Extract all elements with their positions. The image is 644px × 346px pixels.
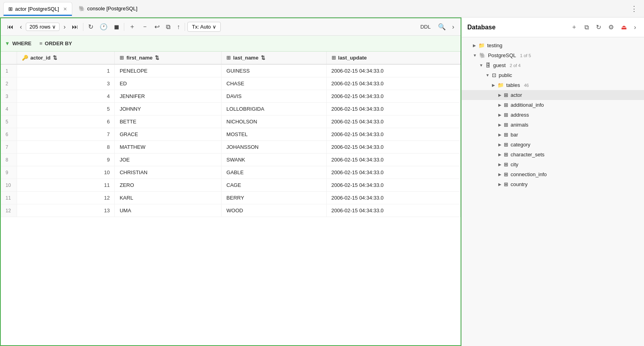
country-table-icon: ⊞ bbox=[504, 181, 508, 187]
category-chevron: ▶ bbox=[498, 142, 501, 147]
city-table-label: city bbox=[511, 161, 519, 167]
col-header-actor-id[interactable]: 🔑 actor_id ⇅ bbox=[17, 52, 115, 64]
first-name-cell: JENNIFER bbox=[115, 90, 222, 103]
tree-item-public[interactable]: ▼ ⊡ public bbox=[462, 70, 644, 80]
tree-item-tables[interactable]: ▶ 📁 tables 46 bbox=[462, 80, 644, 90]
table-row[interactable]: 12 13 UMA WOOD 2006-02-15 04:34:33.0 bbox=[1, 204, 461, 217]
additional-table-icon: ⊞ bbox=[504, 102, 508, 108]
search-button[interactable]: 🔍 bbox=[436, 21, 448, 32]
history-button[interactable]: 🕐 bbox=[97, 21, 110, 32]
country-chevron: ▶ bbox=[498, 182, 501, 186]
db-copy-button[interactable]: ⧉ bbox=[582, 22, 591, 33]
undo-button[interactable]: ↩ bbox=[152, 21, 162, 32]
table-row[interactable]: 5 6 BETTE NICHOLSON 2006-02-15 04:34:33.… bbox=[1, 115, 461, 128]
col-header-last-name[interactable]: ⊞ last_name ⇅ bbox=[222, 52, 326, 64]
tree-item-connection[interactable]: ▶ ⊞ connection_info bbox=[462, 169, 644, 179]
stop-button[interactable]: ◼ bbox=[112, 21, 121, 32]
actor-id-sort-icon[interactable]: ⇅ bbox=[53, 55, 57, 61]
last-name-sort-icon[interactable]: ⇅ bbox=[261, 55, 265, 61]
tab-actor-close[interactable]: ✕ bbox=[63, 6, 67, 12]
db-add-button[interactable]: ＋ bbox=[569, 21, 580, 33]
first-page-button[interactable]: ⏮ bbox=[5, 22, 16, 32]
export-button[interactable]: ↑ bbox=[174, 22, 182, 32]
postgresql-label: PostgreSQL bbox=[488, 52, 516, 58]
col-header-rownum bbox=[1, 52, 17, 64]
tree-item-testing[interactable]: ▶ 📁 testing bbox=[462, 40, 644, 50]
actor-id-col-icon: 🔑 bbox=[22, 55, 28, 61]
table-row[interactable]: 8 9 JOE SWANK 2006-02-15 04:34:33.0 bbox=[1, 154, 461, 166]
data-table-container[interactable]: 🔑 actor_id ⇅ ⊞ first_name ⇅ bbox=[1, 52, 461, 345]
last-name-cell: WOOD bbox=[222, 204, 326, 217]
table-row[interactable]: 10 11 ZERO CAGE 2006-02-15 04:34:33.0 bbox=[1, 179, 461, 192]
last-name-cell: CAGE bbox=[222, 179, 326, 192]
db-panel-title: Database bbox=[467, 24, 496, 31]
table-row[interactable]: 2 3 ED CHASE 2006-02-15 04:34:33.0 bbox=[1, 77, 461, 90]
last-name-cell: CHASE bbox=[222, 77, 326, 90]
table-row[interactable]: 1 1 PENELOPE GUINESS 2006-02-15 04:34:33… bbox=[1, 64, 461, 77]
divider-1 bbox=[83, 23, 83, 31]
last-name-cell: BERRY bbox=[222, 192, 326, 204]
additional-table-label: additional_info bbox=[511, 102, 544, 108]
table-row[interactable]: 4 5 JOHNNY LOLLOBRIGIDA 2006-02-15 04:34… bbox=[1, 103, 461, 115]
db-disconnect-button[interactable]: ⏏ bbox=[619, 22, 629, 33]
first-name-cell: KARL bbox=[115, 192, 222, 204]
tab-actor[interactable]: ⊞ actor [PostgreSQL] ✕ bbox=[3, 2, 72, 16]
db-expand-button[interactable]: › bbox=[632, 22, 638, 33]
animals-table-label: animals bbox=[511, 122, 528, 128]
tree-item-city[interactable]: ▶ ⊞ city bbox=[462, 160, 644, 169]
duplicate-button[interactable]: ⧉ bbox=[164, 22, 173, 32]
last-name-col-label: last_name bbox=[233, 55, 258, 61]
refresh-button[interactable]: ↻ bbox=[86, 21, 96, 32]
last-name-cell: GABLE bbox=[222, 166, 326, 179]
add-row-button[interactable]: ＋ bbox=[127, 21, 138, 33]
tree-item-animals[interactable]: ▶ ⊞ animals bbox=[462, 120, 644, 130]
last-update-cell: 2006-02-15 04:34:33.0 bbox=[326, 90, 460, 103]
col-header-last-update[interactable]: ⊞ last_update bbox=[326, 52, 460, 64]
tree-item-category[interactable]: ▶ ⊞ category bbox=[462, 140, 644, 150]
first-name-sort-icon[interactable]: ⇅ bbox=[155, 55, 159, 61]
toolbar: ⏮ ‹ 205 rows ∨ › ⏭ ↻ 🕐 ◼ ＋ － ↩ ⧉ ↑ Tx: A… bbox=[1, 18, 461, 36]
db-panel-header: Database ＋ ⧉ ↻ ⚙ ⏏ › bbox=[462, 17, 644, 37]
tree-item-country[interactable]: ▶ ⊞ country bbox=[462, 179, 644, 189]
tree-item-address[interactable]: ▶ ⊞ address bbox=[462, 110, 644, 120]
address-table-icon: ⊞ bbox=[504, 112, 508, 118]
last-update-col-icon: ⊞ bbox=[332, 55, 336, 61]
ddl-button[interactable]: DDL bbox=[417, 22, 434, 31]
tab-more-button[interactable]: ⋮ bbox=[627, 3, 641, 15]
tab-actor-label: actor [PostgreSQL] bbox=[15, 6, 59, 12]
tx-auto-button[interactable]: Tx: Auto ∨ bbox=[187, 22, 221, 32]
db-settings-button[interactable]: ⚙ bbox=[606, 22, 616, 33]
last-page-button[interactable]: ⏭ bbox=[69, 22, 81, 32]
db-refresh-button[interactable]: ↻ bbox=[594, 22, 604, 33]
col-header-first-name[interactable]: ⊞ first_name ⇅ bbox=[115, 52, 222, 64]
rows-selector[interactable]: 205 rows ∨ bbox=[26, 23, 60, 31]
prev-page-button[interactable]: ‹ bbox=[17, 22, 24, 32]
table-row[interactable]: 9 10 CHRISTIAN GABLE 2006-02-15 04:34:33… bbox=[1, 166, 461, 179]
tree-item-actor[interactable]: ▶ ⊞ actor bbox=[462, 90, 644, 100]
table-row[interactable]: 6 7 GRACE MOSTEL 2006-02-15 04:34:33.0 bbox=[1, 128, 461, 141]
public-icon: ⊡ bbox=[492, 72, 496, 78]
first-name-cell: GRACE bbox=[115, 128, 222, 141]
actor-id-cell: 3 bbox=[17, 77, 115, 90]
tree-item-guest[interactable]: ▼ 🗄 guest 2 of 4 bbox=[462, 60, 644, 70]
tree-item-character[interactable]: ▶ ⊞ character_sets bbox=[462, 150, 644, 160]
postgresql-chevron: ▼ bbox=[473, 53, 477, 58]
table-row[interactable]: 11 12 KARL BERRY 2006-02-15 04:34:33.0 bbox=[1, 192, 461, 204]
tree-item-bar[interactable]: ▶ ⊞ bar bbox=[462, 130, 644, 140]
main-layout: ⏮ ‹ 205 rows ∨ › ⏭ ↻ 🕐 ◼ ＋ － ↩ ⧉ ↑ Tx: A… bbox=[0, 17, 644, 346]
tab-console[interactable]: 🐘 console [PostgreSQL] bbox=[74, 2, 142, 16]
expand-button[interactable]: › bbox=[450, 22, 457, 32]
table-row[interactable]: 3 4 JENNIFER DAVIS 2006-02-15 04:34:33.0 bbox=[1, 90, 461, 103]
last-update-cell: 2006-02-15 04:34:33.0 bbox=[326, 166, 460, 179]
bar-chevron: ▶ bbox=[498, 133, 501, 137]
tree-item-postgresql[interactable]: ▼ 🐘 PostgreSQL 1 of 5 bbox=[462, 50, 644, 60]
row-num-cell: 9 bbox=[1, 166, 17, 179]
tree-item-additional[interactable]: ▶ ⊞ additional_info bbox=[462, 100, 644, 110]
orderby-icon: ≡ bbox=[39, 40, 42, 46]
table-row[interactable]: 7 8 MATTHEW JOHANSSON 2006-02-15 04:34:3… bbox=[1, 141, 461, 154]
first-name-col-label: first_name bbox=[126, 55, 152, 61]
animals-chevron: ▶ bbox=[498, 123, 501, 127]
next-page-button[interactable]: › bbox=[61, 22, 68, 32]
connection-chevron: ▶ bbox=[498, 172, 501, 177]
remove-row-button[interactable]: － bbox=[139, 21, 150, 33]
